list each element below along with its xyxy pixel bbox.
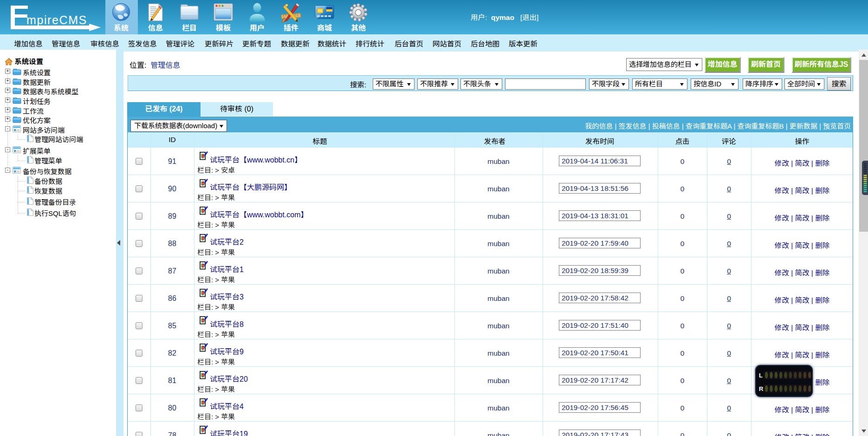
svg-text:mpireCMS: mpireCMS	[26, 13, 87, 26]
